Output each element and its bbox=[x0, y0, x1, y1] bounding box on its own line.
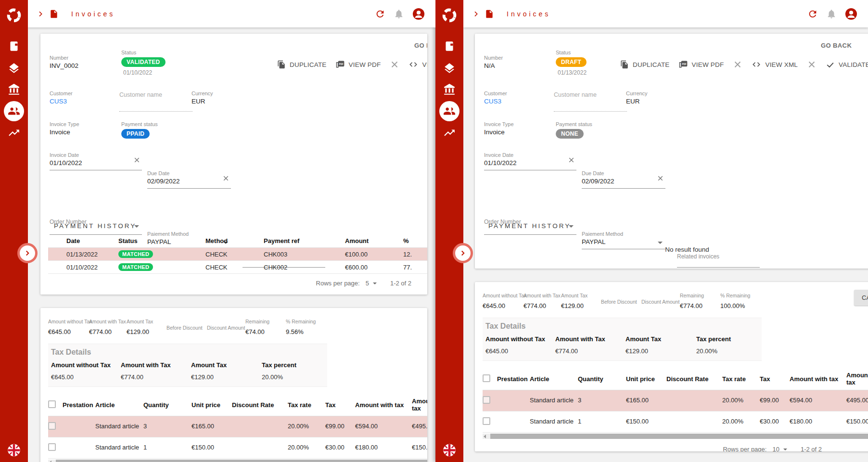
refresh-icon[interactable] bbox=[807, 9, 818, 19]
go-back-button[interactable]: GO BACK bbox=[818, 41, 855, 50]
invoice-toolbar: DUPLICATE PDF VIEW PDF VIEW XML bbox=[619, 58, 868, 71]
rows-per-page-select[interactable]: Rows per page: 10 bbox=[723, 446, 787, 451]
sidebar bbox=[0, 0, 28, 462]
app-logo-icon[interactable] bbox=[6, 7, 22, 24]
view-pdf-button[interactable]: PDF VIEW PDF bbox=[334, 58, 382, 71]
rows-per-page-select[interactable]: Rows per page: 5 bbox=[316, 280, 377, 287]
contacts-icon-active[interactable] bbox=[439, 101, 460, 121]
invoices-book-icon[interactable] bbox=[8, 40, 20, 52]
bank-icon[interactable] bbox=[443, 83, 456, 96]
scrollbar-thumb[interactable] bbox=[56, 460, 427, 462]
row-checkbox[interactable] bbox=[48, 443, 56, 451]
validate-button[interactable]: VALIDATE bbox=[825, 58, 868, 71]
related-invoices-field[interactable]: Related invoices bbox=[677, 253, 760, 268]
clear-icon[interactable] bbox=[133, 156, 141, 164]
customer-name-field[interactable]: Customer name bbox=[554, 91, 627, 112]
duplicate-button[interactable]: DUPLICATE bbox=[619, 58, 671, 71]
tax-details-section: Tax Details Amount without Tax Amount wi… bbox=[483, 318, 762, 361]
layers-icon[interactable] bbox=[443, 62, 456, 75]
customer-link[interactable]: CUS3 bbox=[484, 98, 507, 105]
customer-name-field[interactable]: Customer name bbox=[119, 91, 192, 112]
close-icon[interactable] bbox=[805, 58, 818, 71]
view-xml-button[interactable]: VIEW XML bbox=[408, 58, 427, 71]
invoice-date-input[interactable]: Invoice Date 01/10/2022 bbox=[484, 152, 576, 170]
scroll-left-arrow-icon[interactable] bbox=[484, 435, 486, 438]
chevron-down-icon bbox=[783, 449, 787, 450]
calculate-button[interactable]: CALCULATE bbox=[854, 290, 868, 306]
language-uk-flag-icon[interactable] bbox=[8, 444, 21, 457]
contacts-icon-active[interactable] bbox=[4, 101, 24, 121]
chevron-down-icon bbox=[373, 282, 377, 284]
bell-icon[interactable] bbox=[826, 9, 837, 19]
payment-status-field: Payment status PPAID bbox=[121, 121, 158, 139]
due-date-input[interactable]: Due Date 02/09/2022 bbox=[582, 170, 665, 189]
go-back-button[interactable]: GO BACK bbox=[411, 41, 427, 50]
scrollbar-thumb[interactable] bbox=[490, 434, 868, 439]
bank-icon[interactable] bbox=[8, 83, 20, 96]
sidebar-expand-button[interactable] bbox=[17, 243, 38, 263]
invoice-window-right: Invoices GO BACK Number N/A bbox=[435, 0, 868, 462]
account-icon[interactable] bbox=[412, 8, 425, 20]
breadcrumb-chevron-icon[interactable] bbox=[37, 10, 44, 18]
close-icon[interactable] bbox=[388, 58, 401, 71]
number-field: Number INV_0002 bbox=[50, 55, 78, 69]
clear-icon[interactable] bbox=[222, 174, 230, 182]
horizontal-scrollbar[interactable] bbox=[48, 460, 427, 462]
page-title: Invoices bbox=[507, 10, 550, 18]
pagination-range: 1-2 of 2 bbox=[390, 280, 411, 287]
view-pdf-button[interactable]: PDF VIEW PDF bbox=[677, 58, 725, 71]
select-all-checkbox[interactable] bbox=[48, 400, 56, 408]
breadcrumb-chevron-icon[interactable] bbox=[472, 10, 480, 18]
invoice-window-left: Invoices GO BACK Number INV_0002 bbox=[0, 0, 435, 462]
row-checkbox[interactable] bbox=[483, 396, 490, 404]
row-checkbox[interactable] bbox=[48, 422, 56, 430]
refresh-icon[interactable] bbox=[375, 9, 385, 19]
horizontal-scrollbar[interactable] bbox=[483, 434, 868, 439]
totals-summary: Amount without Tax€645.00 Amount with Ta… bbox=[48, 317, 427, 341]
status-badge: DRAFT bbox=[556, 57, 587, 67]
content-area: GO BACK Number INV_0002 Status VALIDATED… bbox=[28, 27, 435, 462]
bell-icon[interactable] bbox=[394, 9, 404, 19]
analytics-icon[interactable] bbox=[8, 127, 20, 139]
sidebar-expand-button[interactable] bbox=[453, 243, 473, 263]
close-icon[interactable] bbox=[731, 58, 744, 71]
status-date: 01/13/2022 bbox=[558, 69, 587, 76]
svg-text:PDF: PDF bbox=[682, 63, 687, 65]
svg-text:PDF: PDF bbox=[339, 63, 344, 65]
invoice-doc-icon bbox=[485, 9, 494, 19]
payment-status-field: Payment status NONE bbox=[556, 121, 592, 139]
language-uk-flag-icon[interactable] bbox=[443, 444, 456, 457]
layers-icon[interactable] bbox=[8, 62, 20, 75]
customer-link[interactable]: CUS3 bbox=[50, 98, 73, 105]
invoice-totals-card: Amount without Tax€645.00 Amount with Ta… bbox=[40, 308, 427, 462]
item-row[interactable]: Standard article 1 €150.00 20.00% €30.00… bbox=[48, 437, 427, 459]
main-area: Invoices GO BACK Number INV_0002 bbox=[28, 0, 435, 462]
pdf-icon: PDF bbox=[678, 60, 688, 69]
copy-icon bbox=[277, 60, 286, 69]
invoice-date-input[interactable]: Invoice Date 01/10/2022 bbox=[50, 152, 142, 170]
clear-icon[interactable] bbox=[567, 156, 575, 164]
due-date-input[interactable]: Due Date 02/09/2022 bbox=[147, 170, 231, 189]
select-all-checkbox[interactable] bbox=[483, 374, 490, 382]
account-icon[interactable] bbox=[845, 8, 857, 20]
item-row[interactable]: Standard article 1 €150.00 20.00% €30.00… bbox=[483, 411, 868, 433]
invoices-book-icon[interactable] bbox=[443, 40, 456, 52]
payment-status-badge: NONE bbox=[556, 129, 584, 139]
status-field: Status DRAFT 01/13/2022 bbox=[556, 50, 587, 76]
payment-history-title: PAYMENT HISTORY bbox=[48, 222, 427, 230]
app-logo-icon[interactable] bbox=[441, 7, 458, 24]
item-row[interactable]: Standard article 3 €165.00 20.00% €99.00… bbox=[483, 390, 868, 411]
row-checkbox[interactable] bbox=[483, 417, 490, 425]
item-row[interactable]: Standard article 3 €165.00 20.00% €99.00… bbox=[48, 416, 427, 437]
view-xml-button[interactable]: VIEW XML bbox=[751, 58, 799, 71]
duplicate-button[interactable]: DUPLICATE bbox=[276, 58, 328, 71]
clear-icon[interactable] bbox=[656, 174, 664, 182]
invoice-items-table: Prestation Article Quantity Unit price D… bbox=[48, 394, 427, 459]
totals-summary: Amount without Tax€645.00 Amount with Ta… bbox=[483, 291, 868, 315]
customer-field: Customer CUS3 bbox=[484, 90, 507, 105]
payment-row[interactable]: 01/10/2022 MATCHED CHECK CHK002 €600.00 … bbox=[48, 261, 427, 274]
analytics-icon[interactable] bbox=[443, 127, 456, 139]
pdf-icon: PDF bbox=[335, 60, 345, 69]
payment-row[interactable]: 01/13/2022 MATCHED CHECK CHK003 €100.00 … bbox=[48, 248, 427, 261]
payment-history-table: Date Status Method Payment ref Amount % … bbox=[48, 234, 427, 274]
